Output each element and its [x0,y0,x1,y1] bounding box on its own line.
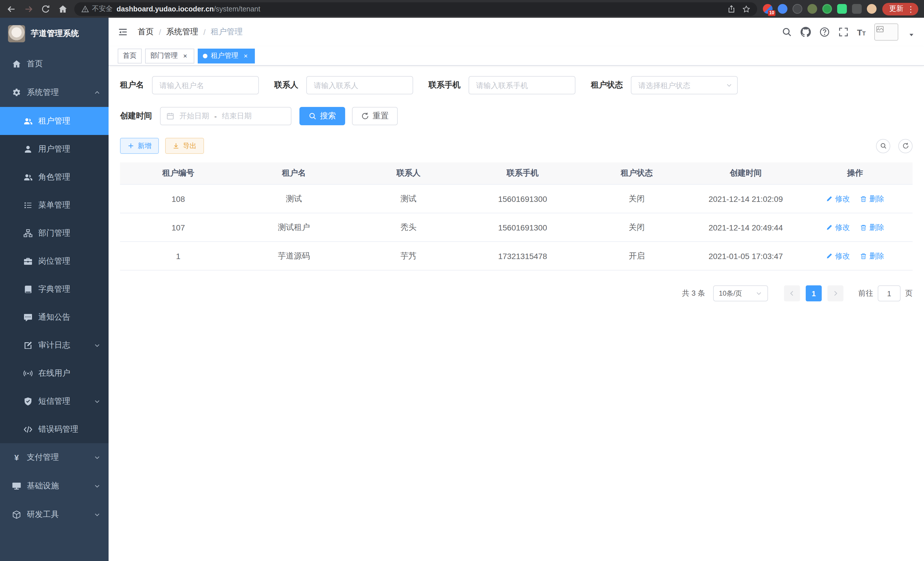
sidebar-item-menu[interactable]: 菜单管理 [0,191,109,219]
extension-blue-icon[interactable] [778,4,788,14]
pagination: 共 3 条 10条/页 1 前往 页 [120,285,913,301]
sidebar-item-dept[interactable]: 部门管理 [0,219,109,247]
col-phone: 联系手机 [465,162,579,184]
tab-tenant[interactable]: 租户管理 × [198,48,255,63]
fullscreen-icon[interactable] [838,27,848,37]
sidebar-item-user[interactable]: 用户管理 [0,135,109,163]
sidebar-item-label: 岗位管理 [38,256,70,266]
sidebar-item-post[interactable]: 岗位管理 [0,247,109,275]
header-search-icon[interactable] [782,27,792,37]
export-button-label: 导出 [183,141,196,151]
extensions-puzzle-icon[interactable] [852,4,862,14]
toggle-search-button[interactable] [876,139,890,153]
col-contact: 联系人 [351,162,465,184]
breadcrumb-separator: / [203,27,206,37]
edit-link[interactable]: 修改 [826,194,850,204]
browser-toolbar: 不安全 dashboard.yudao.iocoder.cn/system/te… [0,0,924,18]
sidebar-logo[interactable]: 芋道管理系统 [0,18,109,50]
address-bar[interactable]: 不安全 dashboard.yudao.iocoder.cn/system/te… [74,2,757,16]
sidebar-item-error-code[interactable]: 错误码管理 [0,415,109,443]
browser-home-button[interactable] [57,3,69,15]
next-page-button[interactable] [827,285,843,301]
update-button[interactable]: 更新 ⋮ [882,3,918,15]
browser-reload-button[interactable] [40,3,51,15]
url-host: dashboard.yudao.iocoder.cn [117,5,214,13]
browser-back-button[interactable] [6,3,17,15]
sidebar-group-sms[interactable]: 短信管理 [0,387,109,415]
tenant-name-input[interactable] [152,76,259,94]
prev-page-button[interactable] [784,285,800,301]
sidebar-item-tenant[interactable]: 租户管理 [0,107,109,135]
briefcase-icon [23,256,33,266]
trash-icon [860,253,867,259]
search-icon [309,112,316,120]
delete-link[interactable]: 删除 [860,222,884,232]
chevron-down-icon [94,454,100,461]
tab-dept[interactable]: 部门管理 × [145,48,194,63]
cell-status: 开启 [580,242,694,270]
sidebar-item-notice[interactable]: 通知公告 [0,303,109,331]
sidebar-menu: 首页 系统管理 租户管理 用户管理 [0,50,109,561]
avatar-caret-down-icon[interactable] [908,32,915,38]
extension-badged-icon[interactable]: 10 [763,4,772,14]
sidebar-collapse-button[interactable] [118,27,128,37]
refresh-icon [361,112,369,120]
breadcrumb-current: 租户管理 [211,27,243,37]
browser-forward-button[interactable] [23,3,34,15]
edit-link[interactable]: 修改 [826,222,850,232]
export-button[interactable]: 导出 [165,138,204,154]
contact-input[interactable] [306,76,413,94]
user-icon [23,144,33,153]
sidebar-item-dict[interactable]: 字典管理 [0,275,109,303]
help-question-icon[interactable] [819,27,830,37]
extension-dark-globe-icon[interactable] [793,4,802,14]
breadcrumb-separator: / [159,27,161,37]
sidebar-item-online-user[interactable]: 在线用户 [0,359,109,387]
delete-link[interactable]: 删除 [860,251,884,261]
reset-button-label: 重置 [373,111,388,121]
font-size-icon[interactable]: TT [857,28,866,36]
date-end-placeholder: 结束日期 [222,111,252,121]
user-avatar[interactable] [874,23,898,41]
tab-home[interactable]: 首页 [118,48,142,63]
browser-menu-dots-icon[interactable]: ⋮ [907,5,915,13]
page-size-select[interactable]: 10条/页 [713,285,768,301]
screen: 不安全 dashboard.yudao.iocoder.cn/system/te… [0,0,924,561]
sidebar-group-payment[interactable]: ¥ 支付管理 [0,443,109,472]
bookmark-star-icon[interactable] [742,5,750,13]
extension-green-ring-icon[interactable] [822,4,832,14]
breadcrumb-system[interactable]: 系统管理 [166,27,198,37]
extension-green-square-icon[interactable] [837,4,847,14]
sidebar-group-infra[interactable]: 基础设施 [0,472,109,500]
tab-close-icon[interactable]: × [181,52,189,60]
sidebar-item-label: 首页 [27,59,43,69]
refresh-table-button[interactable] [898,139,913,153]
tab-close-icon[interactable]: × [242,52,250,60]
cell-tenant-id: 107 [120,213,237,242]
sidebar-group-system[interactable]: 系统管理 [0,78,109,107]
tenant-name-label: 租户名 [120,80,144,90]
profile-avatar[interactable] [867,4,877,14]
github-icon[interactable] [800,27,811,37]
sidebar-group-audit-log[interactable]: 审计日志 [0,331,109,359]
sidebar-item-home[interactable]: 首页 [0,50,109,78]
sidebar-group-devtools[interactable]: 研发工具 [0,500,109,529]
delete-link[interactable]: 删除 [860,194,884,204]
sidebar-item-role[interactable]: 角色管理 [0,163,109,191]
breadcrumb-home[interactable]: 首页 [138,27,154,37]
phone-input[interactable] [469,76,575,94]
extension-olive-icon[interactable] [807,4,817,14]
cell-phone: 17321315478 [465,242,579,270]
status-select[interactable] [631,76,738,94]
reset-button[interactable]: 重置 [352,107,398,125]
create-time-range-picker[interactable]: 开始日期 - 结束日期 [160,107,291,125]
add-button[interactable]: 新增 [120,138,159,154]
page-number-1[interactable]: 1 [806,285,822,301]
share-icon[interactable] [728,5,735,13]
edit-link[interactable]: 修改 [826,251,850,261]
search-button[interactable]: 搜索 [299,107,345,125]
security-chip[interactable]: 不安全 [81,4,112,14]
gear-icon [12,88,21,97]
cell-created: 2021-12-14 21:02:09 [694,184,797,213]
goto-page-input[interactable] [878,285,901,301]
